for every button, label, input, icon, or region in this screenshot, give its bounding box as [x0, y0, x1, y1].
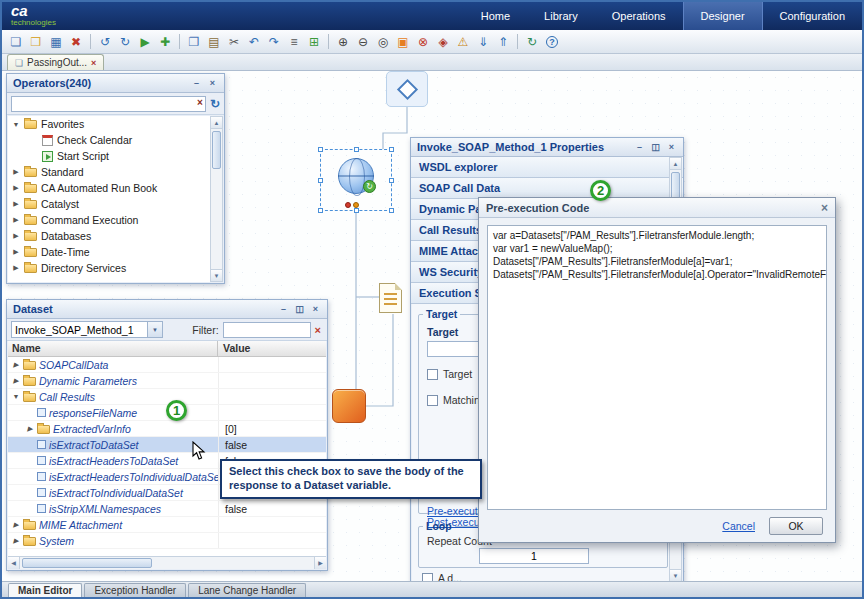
tree-item-check-calendar[interactable]: Check Calendar: [8, 132, 210, 148]
pin-icon[interactable]: ◫: [293, 303, 306, 316]
zoom-out-icon[interactable]: ⊖: [354, 33, 372, 51]
ok-button[interactable]: OK: [769, 517, 823, 535]
clear-search-icon[interactable]: ×: [197, 97, 203, 108]
resize-handle[interactable]: [318, 178, 323, 183]
column-header-name[interactable]: Name: [8, 341, 218, 356]
history-icon[interactable]: ↻: [116, 33, 134, 51]
close-icon[interactable]: ×: [309, 303, 322, 316]
scroll-up-icon[interactable]: [211, 117, 222, 129]
export-page-icon[interactable]: ▣: [394, 33, 412, 51]
tree-item-favorites[interactable]: Favorites: [8, 116, 210, 132]
row-expand-icon[interactable]: [12, 377, 20, 385]
row-expand-icon[interactable]: [12, 537, 20, 545]
redo-icon[interactable]: ↷: [265, 33, 283, 51]
checkbox-icon[interactable]: [427, 369, 438, 380]
tab-lane-change-handler[interactable]: Lane Change Handler: [188, 583, 306, 597]
collapse-icon[interactable]: –: [190, 77, 203, 90]
nav-home[interactable]: Home: [464, 2, 527, 30]
nav-designer[interactable]: Designer: [683, 2, 763, 30]
resize-handle[interactable]: [318, 208, 323, 213]
scroll-down-icon[interactable]: [670, 569, 681, 581]
scroll-up-icon[interactable]: [670, 158, 681, 170]
remove-icon[interactable]: ⊗: [414, 33, 432, 51]
tree-expand-icon[interactable]: [12, 216, 20, 224]
row-isextracttodataset[interactable]: isExtractToDataSet false: [8, 437, 326, 453]
tree-item-catalyst[interactable]: Catalyst: [8, 196, 210, 212]
scroll-left-icon[interactable]: [8, 557, 20, 569]
section-wsdl-explorer[interactable]: WSDL explorer ▼: [411, 157, 683, 178]
undo-icon[interactable]: ↶: [245, 33, 263, 51]
clear-filter-icon[interactable]: ×: [315, 324, 321, 336]
selected-operator[interactable]: ↻: [320, 149, 392, 211]
repeat-count-input[interactable]: [479, 548, 589, 564]
row-expand-icon[interactable]: [12, 393, 20, 400]
resize-handle[interactable]: [389, 208, 394, 213]
bottom-checkbox-row[interactable]: A d...: [422, 572, 462, 581]
resize-handle[interactable]: [318, 147, 323, 152]
save-icon[interactable]: ▦: [47, 33, 65, 51]
checkbox-icon[interactable]: [422, 573, 433, 582]
dropdown-arrow-icon[interactable]: ▼: [147, 322, 162, 337]
nav-configuration[interactable]: Configuration: [763, 2, 862, 30]
row-expand-icon[interactable]: [12, 521, 20, 529]
import-icon[interactable]: ⇑: [494, 33, 512, 51]
resize-handle[interactable]: [389, 178, 394, 183]
matching-checkbox-row[interactable]: Matching: [427, 394, 486, 406]
refresh-icon[interactable]: ↻: [523, 33, 541, 51]
checkbox-icon[interactable]: [427, 395, 438, 406]
start-node[interactable]: [386, 71, 428, 107]
collapse-icon[interactable]: –: [277, 303, 290, 316]
tree-item-directory-services[interactable]: Directory Services: [8, 260, 210, 276]
scrollbar-thumb[interactable]: [212, 131, 221, 169]
row-mime-attachment[interactable]: MIME Attachment: [8, 517, 326, 533]
operators-search-input[interactable]: [11, 96, 206, 112]
tree-expand-icon[interactable]: [12, 232, 20, 240]
tree-expand-icon[interactable]: [12, 264, 20, 272]
dataset-horizontal-scrollbar[interactable]: [8, 556, 326, 569]
log-icon[interactable]: ≡: [285, 33, 303, 51]
add-operator-icon[interactable]: ✚: [156, 33, 174, 51]
alert-icon[interactable]: ⚠: [454, 33, 472, 51]
scroll-right-icon[interactable]: [314, 557, 326, 569]
tab-passingout[interactable]: ❏ PassingOut... ×: [7, 54, 104, 70]
close-icon[interactable]: ×: [206, 77, 219, 90]
operator-selector-dropdown[interactable]: Invoke_SOAP_Method_1 ▼: [11, 321, 163, 338]
tree-item-ca-automated-run-book[interactable]: CA Automated Run Book: [8, 180, 210, 196]
copy-icon[interactable]: ❐: [185, 33, 203, 51]
operators-panel-header[interactable]: Operators(240) – ×: [7, 74, 224, 93]
new-file-icon[interactable]: ❏: [7, 33, 25, 51]
tab-exception-handler[interactable]: Exception Handler: [84, 583, 186, 597]
tree-expand-icon[interactable]: [12, 121, 20, 128]
tab-close-icon[interactable]: ×: [91, 58, 96, 68]
row-soapcalldata[interactable]: SOAPCallData: [8, 357, 326, 373]
refresh-icon[interactable]: ↻: [210, 97, 220, 111]
tree-item-command-execution[interactable]: Command Execution: [8, 212, 210, 228]
tree-item-databases[interactable]: Databases: [8, 228, 210, 244]
export-icon[interactable]: ⇓: [474, 33, 492, 51]
target-checkbox-row[interactable]: Target: [427, 368, 472, 380]
close-icon[interactable]: ×: [821, 201, 828, 215]
filter-input[interactable]: [223, 322, 311, 338]
revert-icon[interactable]: ↺: [96, 33, 114, 51]
resize-handle[interactable]: [389, 147, 394, 152]
row-call-results[interactable]: Call Results: [8, 389, 326, 405]
row-extractedvarinfo[interactable]: ExtractedVarInfo [0]: [8, 421, 326, 437]
row-expand-icon[interactable]: [26, 425, 34, 433]
zoom-in-icon[interactable]: ⊕: [334, 33, 352, 51]
tree-expand-icon[interactable]: [12, 168, 20, 176]
cancel-link[interactable]: Cancel: [722, 520, 755, 532]
delete-icon[interactable]: ✖: [67, 33, 85, 51]
close-icon[interactable]: ×: [665, 141, 678, 154]
tree-item-start-script[interactable]: Start Script: [8, 148, 210, 164]
design-canvas[interactable]: ↻ Operators(240) – × × ↻: [2, 71, 862, 581]
help-icon[interactable]: ?: [543, 33, 561, 51]
dialog-header[interactable]: Pre-execution Code ×: [479, 198, 835, 218]
tree-expand-icon[interactable]: [12, 248, 20, 256]
insert-node-icon[interactable]: ⊞: [305, 33, 323, 51]
tree-expand-icon[interactable]: [12, 184, 20, 192]
document-operator-node[interactable]: [379, 283, 402, 313]
open-folder-icon[interactable]: ❒: [27, 33, 45, 51]
row-isstripxmlnamespaces[interactable]: isStripXMLNamespaces false: [8, 501, 326, 517]
operators-scrollbar[interactable]: [210, 116, 223, 282]
lock-icon[interactable]: ◈: [434, 33, 452, 51]
